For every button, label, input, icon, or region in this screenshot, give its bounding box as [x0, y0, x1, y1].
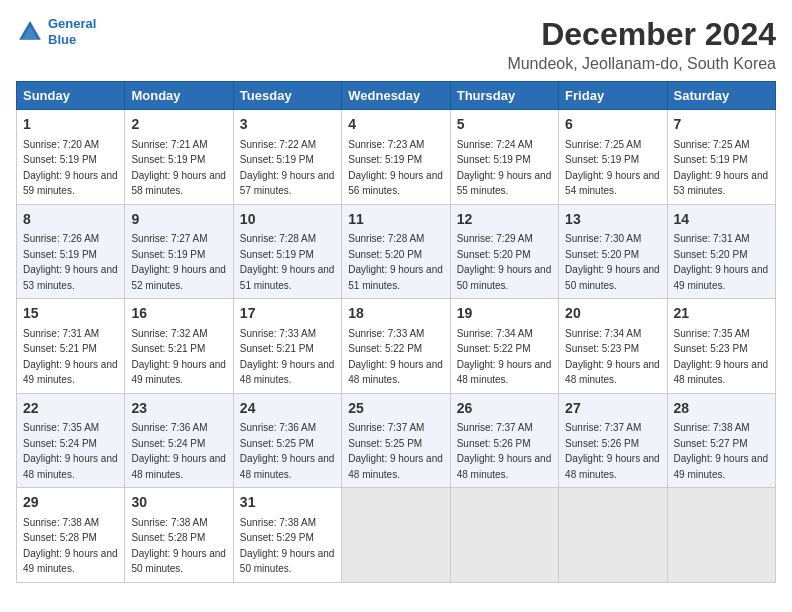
calendar-cell: 12 Sunrise: 7:29 AMSunset: 5:20 PMDaylig…	[450, 204, 558, 299]
day-number: 29	[23, 493, 118, 513]
day-number: 30	[131, 493, 226, 513]
day-info: Sunrise: 7:37 AMSunset: 5:26 PMDaylight:…	[565, 422, 660, 480]
day-info: Sunrise: 7:24 AMSunset: 5:19 PMDaylight:…	[457, 139, 552, 197]
day-number: 31	[240, 493, 335, 513]
day-info: Sunrise: 7:32 AMSunset: 5:21 PMDaylight:…	[131, 328, 226, 386]
calendar-cell: 10 Sunrise: 7:28 AMSunset: 5:19 PMDaylig…	[233, 204, 341, 299]
day-number: 16	[131, 304, 226, 324]
day-info: Sunrise: 7:27 AMSunset: 5:19 PMDaylight:…	[131, 233, 226, 291]
day-number: 7	[674, 115, 769, 135]
day-info: Sunrise: 7:31 AMSunset: 5:21 PMDaylight:…	[23, 328, 118, 386]
day-number: 27	[565, 399, 660, 419]
calendar-cell: 3 Sunrise: 7:22 AMSunset: 5:19 PMDayligh…	[233, 110, 341, 205]
calendar-row: 29 Sunrise: 7:38 AMSunset: 5:28 PMDaylig…	[17, 488, 776, 583]
day-number: 3	[240, 115, 335, 135]
calendar-cell: 26 Sunrise: 7:37 AMSunset: 5:26 PMDaylig…	[450, 393, 558, 488]
day-info: Sunrise: 7:28 AMSunset: 5:19 PMDaylight:…	[240, 233, 335, 291]
day-info: Sunrise: 7:30 AMSunset: 5:20 PMDaylight:…	[565, 233, 660, 291]
logo-text: General Blue	[48, 16, 96, 47]
calendar-row: 8 Sunrise: 7:26 AMSunset: 5:19 PMDayligh…	[17, 204, 776, 299]
day-number: 28	[674, 399, 769, 419]
calendar-cell	[342, 488, 450, 583]
day-info: Sunrise: 7:35 AMSunset: 5:23 PMDaylight:…	[674, 328, 769, 386]
day-info: Sunrise: 7:21 AMSunset: 5:19 PMDaylight:…	[131, 139, 226, 197]
subtitle: Mundeok, Jeollanam-do, South Korea	[507, 55, 776, 73]
calendar-cell: 22 Sunrise: 7:35 AMSunset: 5:24 PMDaylig…	[17, 393, 125, 488]
day-info: Sunrise: 7:33 AMSunset: 5:22 PMDaylight:…	[348, 328, 443, 386]
calendar-cell: 24 Sunrise: 7:36 AMSunset: 5:25 PMDaylig…	[233, 393, 341, 488]
day-number: 15	[23, 304, 118, 324]
day-info: Sunrise: 7:28 AMSunset: 5:20 PMDaylight:…	[348, 233, 443, 291]
day-info: Sunrise: 7:34 AMSunset: 5:22 PMDaylight:…	[457, 328, 552, 386]
day-info: Sunrise: 7:29 AMSunset: 5:20 PMDaylight:…	[457, 233, 552, 291]
day-number: 2	[131, 115, 226, 135]
main-title: December 2024	[507, 16, 776, 53]
logo-line1: General	[48, 16, 96, 31]
day-number: 11	[348, 210, 443, 230]
day-info: Sunrise: 7:20 AMSunset: 5:19 PMDaylight:…	[23, 139, 118, 197]
calendar-cell: 30 Sunrise: 7:38 AMSunset: 5:28 PMDaylig…	[125, 488, 233, 583]
day-info: Sunrise: 7:36 AMSunset: 5:25 PMDaylight:…	[240, 422, 335, 480]
header-cell-sunday: Sunday	[17, 82, 125, 110]
calendar-cell: 28 Sunrise: 7:38 AMSunset: 5:27 PMDaylig…	[667, 393, 775, 488]
day-number: 17	[240, 304, 335, 324]
day-info: Sunrise: 7:25 AMSunset: 5:19 PMDaylight:…	[565, 139, 660, 197]
day-info: Sunrise: 7:34 AMSunset: 5:23 PMDaylight:…	[565, 328, 660, 386]
calendar-cell: 9 Sunrise: 7:27 AMSunset: 5:19 PMDayligh…	[125, 204, 233, 299]
day-number: 14	[674, 210, 769, 230]
calendar-cell: 15 Sunrise: 7:31 AMSunset: 5:21 PMDaylig…	[17, 299, 125, 394]
day-info: Sunrise: 7:33 AMSunset: 5:21 PMDaylight:…	[240, 328, 335, 386]
logo-icon	[16, 18, 44, 46]
day-info: Sunrise: 7:38 AMSunset: 5:29 PMDaylight:…	[240, 517, 335, 575]
day-info: Sunrise: 7:37 AMSunset: 5:25 PMDaylight:…	[348, 422, 443, 480]
day-info: Sunrise: 7:36 AMSunset: 5:24 PMDaylight:…	[131, 422, 226, 480]
calendar-cell: 21 Sunrise: 7:35 AMSunset: 5:23 PMDaylig…	[667, 299, 775, 394]
header-cell-thursday: Thursday	[450, 82, 558, 110]
calendar-cell: 23 Sunrise: 7:36 AMSunset: 5:24 PMDaylig…	[125, 393, 233, 488]
calendar-row: 22 Sunrise: 7:35 AMSunset: 5:24 PMDaylig…	[17, 393, 776, 488]
calendar-cell	[450, 488, 558, 583]
day-info: Sunrise: 7:37 AMSunset: 5:26 PMDaylight:…	[457, 422, 552, 480]
calendar-cell: 16 Sunrise: 7:32 AMSunset: 5:21 PMDaylig…	[125, 299, 233, 394]
header-cell-monday: Monday	[125, 82, 233, 110]
day-info: Sunrise: 7:23 AMSunset: 5:19 PMDaylight:…	[348, 139, 443, 197]
day-number: 20	[565, 304, 660, 324]
calendar-cell: 7 Sunrise: 7:25 AMSunset: 5:19 PMDayligh…	[667, 110, 775, 205]
calendar-cell: 13 Sunrise: 7:30 AMSunset: 5:20 PMDaylig…	[559, 204, 667, 299]
calendar: SundayMondayTuesdayWednesdayThursdayFrid…	[16, 81, 776, 583]
header-cell-saturday: Saturday	[667, 82, 775, 110]
logo: General Blue	[16, 16, 96, 47]
day-info: Sunrise: 7:31 AMSunset: 5:20 PMDaylight:…	[674, 233, 769, 291]
calendar-cell: 25 Sunrise: 7:37 AMSunset: 5:25 PMDaylig…	[342, 393, 450, 488]
day-info: Sunrise: 7:35 AMSunset: 5:24 PMDaylight:…	[23, 422, 118, 480]
day-number: 4	[348, 115, 443, 135]
logo-line2: Blue	[48, 32, 76, 47]
calendar-cell: 8 Sunrise: 7:26 AMSunset: 5:19 PMDayligh…	[17, 204, 125, 299]
calendar-cell: 31 Sunrise: 7:38 AMSunset: 5:29 PMDaylig…	[233, 488, 341, 583]
day-info: Sunrise: 7:26 AMSunset: 5:19 PMDaylight:…	[23, 233, 118, 291]
day-number: 8	[23, 210, 118, 230]
day-number: 22	[23, 399, 118, 419]
day-number: 18	[348, 304, 443, 324]
calendar-cell: 4 Sunrise: 7:23 AMSunset: 5:19 PMDayligh…	[342, 110, 450, 205]
day-number: 24	[240, 399, 335, 419]
calendar-cell	[559, 488, 667, 583]
calendar-cell: 11 Sunrise: 7:28 AMSunset: 5:20 PMDaylig…	[342, 204, 450, 299]
day-info: Sunrise: 7:38 AMSunset: 5:28 PMDaylight:…	[23, 517, 118, 575]
calendar-cell: 6 Sunrise: 7:25 AMSunset: 5:19 PMDayligh…	[559, 110, 667, 205]
calendar-cell: 27 Sunrise: 7:37 AMSunset: 5:26 PMDaylig…	[559, 393, 667, 488]
header-cell-tuesday: Tuesday	[233, 82, 341, 110]
calendar-row: 1 Sunrise: 7:20 AMSunset: 5:19 PMDayligh…	[17, 110, 776, 205]
day-number: 12	[457, 210, 552, 230]
day-number: 23	[131, 399, 226, 419]
calendar-row: 15 Sunrise: 7:31 AMSunset: 5:21 PMDaylig…	[17, 299, 776, 394]
header: General Blue December 2024 Mundeok, Jeol…	[16, 16, 776, 73]
calendar-cell: 14 Sunrise: 7:31 AMSunset: 5:20 PMDaylig…	[667, 204, 775, 299]
page-container: General Blue December 2024 Mundeok, Jeol…	[16, 16, 776, 583]
calendar-cell: 2 Sunrise: 7:21 AMSunset: 5:19 PMDayligh…	[125, 110, 233, 205]
day-number: 21	[674, 304, 769, 324]
day-info: Sunrise: 7:22 AMSunset: 5:19 PMDaylight:…	[240, 139, 335, 197]
day-number: 19	[457, 304, 552, 324]
calendar-cell: 19 Sunrise: 7:34 AMSunset: 5:22 PMDaylig…	[450, 299, 558, 394]
header-cell-friday: Friday	[559, 82, 667, 110]
